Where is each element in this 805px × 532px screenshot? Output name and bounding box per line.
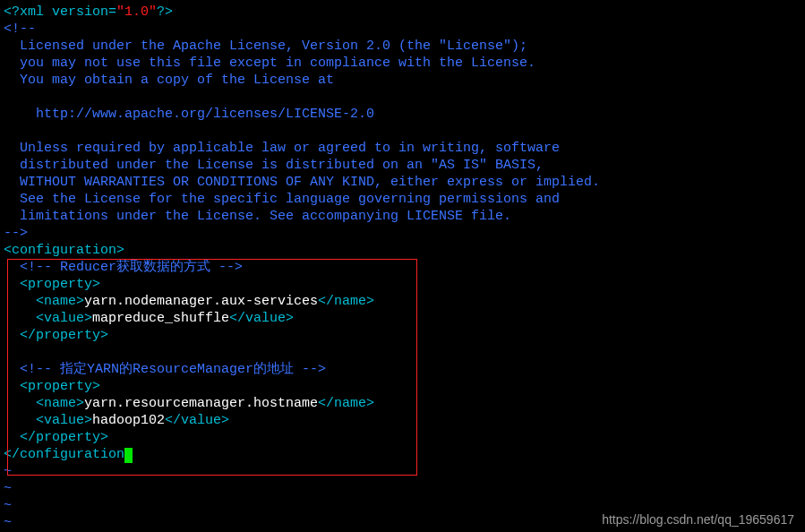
license-line: You may obtain a copy of the License at [4, 73, 334, 88]
property-open: <property> [20, 379, 100, 394]
vim-tilde: ~ [4, 498, 12, 513]
vim-tilde: ~ [4, 481, 12, 496]
license-line: distributed under the License is distrib… [4, 158, 544, 173]
property-value: <value>hadoop102</value> [36, 413, 229, 428]
cursor [124, 448, 133, 463]
license-line: limitations under the License. See accom… [4, 209, 511, 224]
property-name: <name>yarn.resourcemanager.hostname</nam… [36, 396, 374, 411]
license-line: Licensed under the Apache License, Versi… [4, 39, 527, 54]
license-line: Unless required by applicable law or agr… [4, 141, 560, 156]
code-editor: <?xml version="1.0"?> <!-- Licensed unde… [0, 0, 805, 532]
license-comment-open: <!-- [4, 21, 36, 37]
license-line: See the License for the specific languag… [4, 192, 560, 207]
watermark: https://blog.csdn.net/qq_19659617 [602, 512, 794, 527]
property-value: <value>mapreduce_shuffle</value> [36, 311, 294, 326]
license-line: you may not use this file except in comp… [4, 56, 535, 71]
vim-tilde: ~ [4, 464, 12, 479]
property-close: </property> [20, 430, 108, 445]
comment-rm-address: <!-- 指定YARN的ResourceManager的地址 --> [20, 362, 326, 377]
xml-declaration: <?xml version="1.0"?> [4, 4, 173, 20]
configuration-close: </configuration [4, 447, 133, 462]
license-line: WITHOUT WARRANTIES OR CONDITIONS OF ANY … [4, 175, 600, 190]
license-comment-close: --> [4, 226, 28, 241]
property-close: </property> [20, 328, 108, 343]
license-line: http://www.apache.org/licenses/LICENSE-2… [4, 107, 374, 122]
property-open: <property> [20, 277, 100, 292]
property-name: <name>yarn.nodemanager.aux-services</nam… [36, 294, 374, 309]
vim-tilde: ~ [4, 515, 12, 530]
comment-reducer: <!-- Reducer获取数据的方式 --> [20, 260, 243, 275]
configuration-open: <configuration> [4, 243, 124, 258]
